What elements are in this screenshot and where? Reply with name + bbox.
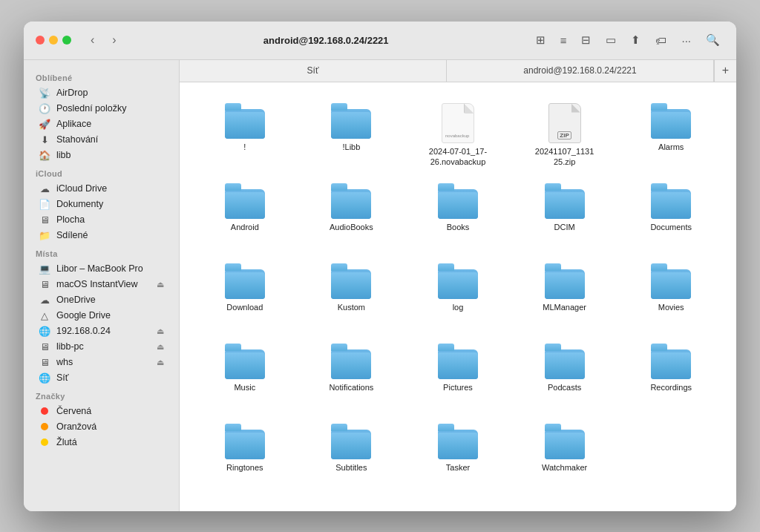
- sidebar-item-macos-instant[interactable]: 🖥 macOS InstantView ⏏: [27, 277, 176, 292]
- sidebar-section-mista: Místa: [24, 243, 179, 261]
- sidebar-item-airdrop[interactable]: 📡 AirDrop: [27, 85, 176, 101]
- folder-icon: [545, 183, 585, 219]
- file-item-download[interactable]: Download: [194, 257, 295, 332]
- file-item-zip[interactable]: ZIP 20241107_113125.zip: [514, 97, 615, 171]
- file-item-watchmaker[interactable]: Watchmaker: [514, 418, 615, 492]
- sidebar-item-sit[interactable]: 🌐 Síť: [27, 370, 176, 386]
- file-item-documents[interactable]: Documents: [620, 177, 721, 252]
- close-button[interactable]: [36, 36, 45, 45]
- pane-tab-sit[interactable]: Síť: [180, 60, 447, 82]
- file-label: Ringtones: [226, 462, 263, 473]
- sidebar-item-sdilene[interactable]: 📁 Sdílené: [27, 228, 176, 243]
- file-label: Books: [447, 222, 470, 232]
- share-button[interactable]: ⬆: [626, 30, 645, 50]
- forward-button[interactable]: ›: [108, 30, 120, 50]
- view-gallery-button[interactable]: ▭: [601, 30, 620, 50]
- tag-button[interactable]: 🏷: [651, 31, 671, 50]
- file-item-tasker[interactable]: Tasker: [407, 418, 508, 492]
- file-grid: ! !Libb novabackup 2024-07-01: [180, 82, 736, 511]
- file-item-android[interactable]: Android: [194, 177, 295, 252]
- sidebar-section-icloud: iCloud: [24, 163, 179, 181]
- file-item-pictures[interactable]: Pictures: [407, 338, 508, 412]
- file-label: Download: [226, 302, 263, 312]
- main-area: Oblíbené 📡 AirDrop 🕐 Poslední položky 🚀 …: [24, 60, 736, 511]
- file-item-audiobooks[interactable]: AudioBooks: [301, 177, 402, 252]
- sidebar-item-tag-red[interactable]: Červená: [27, 404, 176, 419]
- file-item-backup[interactable]: novabackup 2024-07-01_17-26.novabackup: [407, 97, 508, 171]
- pane-tab-android[interactable]: android@192.168.0.24/2221: [447, 60, 714, 82]
- view-grid-button[interactable]: ⊞: [531, 30, 550, 50]
- onedrive-icon: ☁: [39, 295, 50, 306]
- folder-icon: [651, 183, 691, 219]
- doc-icon: novabackup: [442, 103, 474, 143]
- file-item-dcim[interactable]: DCIM: [514, 177, 615, 252]
- file-item-recordings[interactable]: Recordings: [620, 338, 721, 412]
- file-label: !: [243, 142, 246, 152]
- file-item-log[interactable]: log: [407, 257, 508, 332]
- file-item-excl[interactable]: !: [194, 97, 295, 171]
- sidebar-item-label: libb-pc: [56, 341, 84, 352]
- eject-icon[interactable]: ⏏: [157, 358, 164, 367]
- view-list-button[interactable]: ≡: [556, 31, 571, 50]
- sidebar-item-ip[interactable]: 🌐 192.168.0.24 ⏏: [27, 324, 176, 339]
- sdilene-icon: 📁: [39, 230, 50, 241]
- sidebar-item-recent[interactable]: 🕐 Poslední položky: [27, 101, 176, 116]
- file-label: Notifications: [329, 382, 373, 393]
- sidebar-item-macbook[interactable]: 💻 Libor – MacBook Pro: [27, 261, 176, 277]
- file-item-ilibb[interactable]: !Libb: [301, 97, 402, 171]
- search-button[interactable]: 🔍: [701, 30, 724, 50]
- file-item-books[interactable]: Books: [407, 177, 508, 252]
- minimize-button[interactable]: [49, 36, 58, 45]
- file-item-alarms[interactable]: Alarms: [620, 97, 721, 171]
- sidebar-item-libb[interactable]: 🏠 libb: [27, 148, 176, 163]
- file-item-mlmanager[interactable]: MLManager: [514, 257, 615, 332]
- apps-icon: 🚀: [39, 119, 50, 130]
- file-item-kustom[interactable]: Kustom: [301, 257, 402, 332]
- file-item-podcasts[interactable]: Podcasts: [514, 338, 615, 412]
- recent-icon: 🕐: [39, 103, 50, 114]
- file-item-music[interactable]: Music: [194, 338, 295, 412]
- sidebar-item-gdrive[interactable]: △ Google Drive: [27, 308, 176, 324]
- folder-icon: [438, 344, 478, 379]
- folder-icon: [225, 263, 265, 299]
- add-pane-button[interactable]: +: [714, 60, 736, 82]
- sit-icon: 🌐: [39, 372, 50, 384]
- eject-icon[interactable]: ⏏: [157, 342, 164, 352]
- file-label: Tasker: [446, 462, 470, 473]
- file-item-movies[interactable]: Movies: [620, 257, 721, 332]
- back-button[interactable]: ‹: [86, 30, 99, 50]
- pane-tabs: Síť android@192.168.0.24/2221 +: [180, 60, 736, 82]
- eject-icon[interactable]: ⏏: [157, 326, 164, 336]
- folder-icon: [331, 424, 371, 459]
- file-item-ringtones[interactable]: Ringtones: [194, 418, 295, 492]
- file-label: AudioBooks: [330, 222, 373, 232]
- fullscreen-button[interactable]: [62, 36, 71, 45]
- view-columns-button[interactable]: ⊟: [577, 30, 595, 50]
- sidebar-item-label: AirDrop: [56, 88, 88, 98]
- file-label: Alarms: [658, 142, 684, 152]
- sidebar-item-icloud-drive[interactable]: ☁ iCloud Drive: [27, 181, 176, 197]
- folder-icon: [225, 103, 265, 139]
- folder-icon: [545, 263, 585, 299]
- sidebar-item-downloads[interactable]: ⬇ Stahování: [27, 132, 176, 148]
- file-label: Pictures: [443, 382, 473, 393]
- folder-icon: [331, 263, 371, 299]
- sidebar-item-libb-pc[interactable]: 🖥 libb-pc ⏏: [27, 339, 176, 355]
- file-item-notifications[interactable]: Notifications: [301, 338, 402, 412]
- sidebar-item-label: Dokumenty: [56, 199, 103, 209]
- file-item-subtitles[interactable]: Subtitles: [301, 418, 402, 492]
- action-button[interactable]: ···: [677, 31, 695, 50]
- address-bar: android@192.168.0.24/2221: [130, 35, 522, 46]
- sidebar-item-onedrive[interactable]: ☁ OneDrive: [27, 292, 176, 308]
- sidebar-item-tag-yellow[interactable]: Žlutá: [27, 435, 176, 450]
- sidebar-item-label: Plocha: [56, 214, 85, 225]
- eject-icon[interactable]: ⏏: [157, 280, 164, 289]
- sidebar-item-tag-orange[interactable]: Oranžová: [27, 419, 176, 435]
- sidebar-item-apps[interactable]: 🚀 Aplikace: [27, 116, 176, 132]
- file-label: Documents: [650, 222, 692, 232]
- sidebar-item-plocha[interactable]: 🖥 Plocha: [27, 212, 176, 228]
- folder-icon: [438, 183, 478, 219]
- folder-icon: [225, 344, 265, 379]
- sidebar-item-whs[interactable]: 🖥 whs ⏏: [27, 355, 176, 370]
- sidebar-item-dokumenty[interactable]: 📄 Dokumenty: [27, 197, 176, 212]
